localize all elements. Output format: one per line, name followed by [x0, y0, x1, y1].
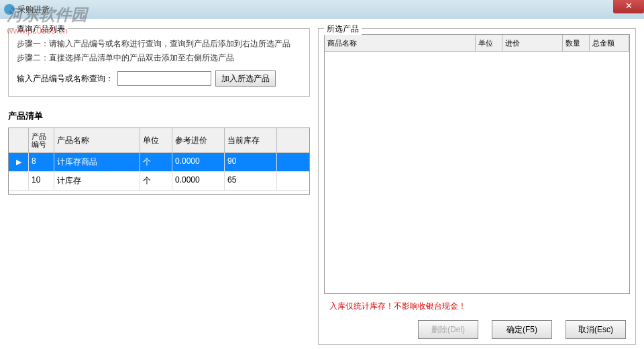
col-unit[interactable]: 单位: [476, 35, 502, 51]
titlebar: 采购进货 ✕: [0, 0, 644, 19]
cell-stock: 65: [225, 172, 277, 190]
current-row-icon: ▶: [16, 158, 21, 166]
window-title: 采购进货: [17, 4, 50, 15]
cell-id: 10: [29, 172, 54, 190]
selected-grid-header: 商品名称 单位 进价 数量 总金额: [325, 35, 629, 52]
confirm-button[interactable]: 确定(F5): [492, 320, 552, 339]
row-indicator: [9, 172, 29, 190]
col-in-price[interactable]: 进价: [502, 35, 563, 51]
query-panel-legend: 查询产品列表: [14, 23, 68, 35]
cell-ref-price: 0.0000: [172, 172, 225, 190]
cancel-button[interactable]: 取消(Esc): [566, 320, 626, 339]
cell-name: 计库存: [54, 172, 140, 190]
selected-products-panel: 所选产品 商品名称 单位 进价 数量 总金额 入库仅统计库存！不影响收银台现金！…: [318, 28, 636, 345]
delete-button: 删除(Del): [418, 320, 478, 339]
table-row[interactable]: 10 计库存 个 0.0000 65: [9, 172, 309, 191]
col-id[interactable]: 产品编号: [29, 128, 54, 152]
cell-ref-price: 0.0000: [172, 153, 225, 171]
cell-name: 计库存商品: [54, 153, 140, 171]
row-indicator: ▶: [9, 153, 29, 171]
col-ref-price[interactable]: 参考进价: [172, 128, 225, 152]
col-stock[interactable]: 当前库存: [225, 128, 277, 152]
col-qty[interactable]: 数量: [563, 35, 590, 51]
col-product-name[interactable]: 商品名称: [325, 35, 476, 51]
cell-id: 8: [29, 153, 54, 171]
app-icon: [4, 4, 15, 15]
cell-stock: 90: [225, 153, 277, 171]
step1-text: 步骤一：请输入产品编号或名称进行查询，查询到产品后添加到右边所选产品: [17, 38, 301, 50]
query-panel: 查询产品列表 步骤一：请输入产品编号或名称进行查询，查询到产品后添加到右边所选产…: [8, 28, 310, 97]
cell-unit: 个: [140, 153, 172, 171]
close-button[interactable]: ✕: [613, 0, 644, 13]
selected-panel-legend: 所选产品: [324, 23, 362, 35]
product-grid: 产品编号 产品名称 单位 参考进价 当前库存 ▶ 8 计库存商品 个 0.000…: [8, 128, 310, 195]
add-selected-button[interactable]: 加入所选产品: [215, 70, 276, 87]
product-grid-header: 产品编号 产品名称 单位 参考进价 当前库存: [9, 128, 309, 153]
col-total[interactable]: 总金额: [590, 35, 629, 51]
cell-unit: 个: [140, 172, 172, 190]
search-input[interactable]: [117, 71, 211, 86]
warning-text: 入库仅统计库存！不影响收银台现金！: [329, 301, 630, 312]
product-list-title: 产品清单: [8, 110, 310, 122]
col-name[interactable]: 产品名称: [54, 128, 140, 152]
selected-grid: 商品名称 单位 进价 数量 总金额: [324, 34, 630, 294]
table-row[interactable]: ▶ 8 计库存商品 个 0.0000 90: [9, 153, 309, 172]
indicator-header: [9, 128, 29, 152]
col-unit[interactable]: 单位: [140, 128, 172, 152]
step2-text: 步骤二：直接选择产品清单中的产品双击添加至右侧所选产品: [17, 52, 301, 64]
search-label: 输入产品编号或名称查询：: [17, 73, 113, 85]
